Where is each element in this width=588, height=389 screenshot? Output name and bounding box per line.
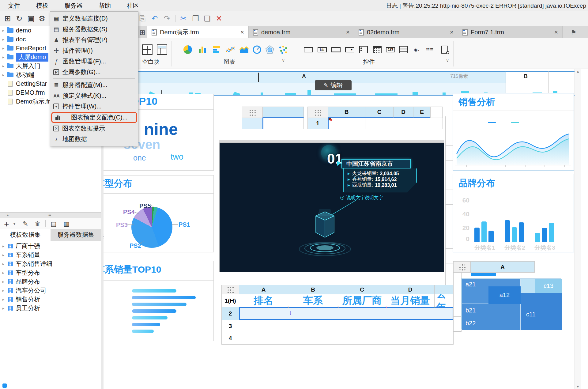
- sheet-cell-b1[interactable]: [328, 118, 365, 129]
- widget-resize-strip[interactable]: [219, 140, 444, 142]
- sheet-cell[interactable]: [262, 118, 304, 129]
- new-template-icon[interactable]: ⊞: [2, 13, 13, 24]
- sheet-row-label[interactable]: [242, 118, 263, 129]
- mini-sheet-bcde[interactable]: B C D E 1: [307, 107, 443, 129]
- paste-doc-icon[interactable]: ⎘: [137, 13, 148, 24]
- tab-close-icon[interactable]: ×: [442, 28, 454, 36]
- tab-overflow-flag-icon[interactable]: ⚑: [568, 27, 579, 38]
- design-canvas[interactable]: A B 715像素 ✎编辑 TOP10 nine sev: [104, 69, 588, 389]
- data-connection-config-icon[interactable]: ▦: [61, 219, 72, 229]
- pie-chart-icon[interactable]: [183, 44, 193, 55]
- menu-file[interactable]: 文件: [0, 0, 28, 11]
- menu-item-chart-predefined-colors[interactable]: 图表预定义配色(C)...: [51, 112, 137, 123]
- tab-02demo[interactable]: 02demo.frm ×: [354, 26, 458, 38]
- dataset-item[interactable]: ▸汽车分公司: [0, 286, 101, 295]
- scroll-down-icon[interactable]: ▼: [575, 385, 581, 388]
- paste-icon[interactable]: ❏: [202, 13, 213, 24]
- expand-arrow-icon[interactable]: ▸: [0, 28, 7, 33]
- sheet-col-header[interactable]: D: [393, 107, 413, 118]
- datepicker-widget-icon[interactable]: [372, 44, 383, 55]
- mini-sheet-left[interactable]: [242, 107, 304, 129]
- menu-item-global-param[interactable]: P全局参数(G)...: [50, 67, 138, 77]
- collapse-up-icon[interactable]: ▲: [6, 213, 9, 217]
- menu-item-map-data[interactable]: ♁地图数据: [50, 134, 138, 145]
- block-cell-gap[interactable]: [521, 279, 535, 293]
- refresh-icon[interactable]: ↻: [14, 13, 24, 24]
- textarea-widget-icon[interactable]: [331, 44, 341, 55]
- dataset-item[interactable]: ▸车系销量: [0, 251, 101, 259]
- table-drag-handle[interactable]: [221, 285, 239, 294]
- textfield-widget-icon[interactable]: [303, 44, 314, 55]
- menu-item-data-connection[interactable]: ▦定义数据连接(D): [50, 13, 138, 24]
- tab-form7[interactable]: Form7 1.frm ×: [458, 26, 563, 38]
- block-cell-c11[interactable]: c11: [521, 293, 562, 330]
- open-template-icon[interactable]: ▣: [26, 13, 36, 24]
- main-report-table[interactable]: A B C D 1(H) 排名 车系 所属厂商 当月销量 去年 2 ↓ ▾ ▾ …: [221, 285, 454, 345]
- log-status-text[interactable]: 日志 | 警告:20:25:22 http-nio-8075-exec-2 ER…: [386, 0, 586, 11]
- sheet-col-header[interactable]: B: [328, 107, 365, 118]
- menu-item-platform-manage[interactable]: ♟报表平台管理(P): [50, 35, 138, 45]
- table-cell-monthly-sales[interactable]: 当月销量: [386, 294, 435, 307]
- legend-series1-icon[interactable]: [488, 122, 496, 123]
- sheet-col-header[interactable]: E: [413, 107, 431, 118]
- table-row-label[interactable]: 3: [221, 320, 239, 332]
- dataset-item[interactable]: ▸品牌分布: [0, 277, 101, 286]
- table-col-header-d[interactable]: D: [386, 285, 435, 294]
- edit-button[interactable]: ✎编辑: [315, 80, 352, 90]
- table-cell-lastyear[interactable]: 去年: [434, 294, 454, 307]
- notification-dot[interactable]: [2, 383, 7, 388]
- parameter-pane-right[interactable]: [506, 72, 575, 95]
- undo-icon[interactable]: ↶: [149, 13, 160, 24]
- menu-item-predefined-style[interactable]: AA预定义样式(K)...: [50, 90, 138, 101]
- menu-item-plugin-manage[interactable]: ✣插件管理(I): [50, 45, 138, 56]
- dataset-item[interactable]: ▸车型分布: [0, 268, 101, 277]
- table-empty-row[interactable]: [239, 320, 454, 332]
- scatter-chart-icon[interactable]: [278, 44, 288, 55]
- tab-demoa[interactable]: demoa.frm ×: [249, 26, 354, 38]
- widget-section-caret-icon[interactable]: ∨: [446, 58, 449, 63]
- tab-close-icon[interactable]: ×: [232, 28, 244, 36]
- scroll-up-icon[interactable]: ▲: [575, 70, 581, 73]
- chart-section-caret-icon[interactable]: ∨: [282, 58, 285, 63]
- block-cell-a12[interactable]: a12: [488, 286, 521, 304]
- mini-sheet-a[interactable]: A: [453, 261, 539, 273]
- tab-demo-yanshi[interactable]: Demo演示.frm ×: [147, 26, 249, 38]
- dataset-item[interactable]: ▸员工分析: [0, 304, 101, 313]
- table-col-header-e[interactable]: [434, 285, 454, 294]
- sheet-drag-handle[interactable]: [242, 107, 263, 118]
- block-cell-b22[interactable]: b22: [462, 317, 521, 330]
- label-widget-icon[interactable]: lab: [317, 44, 327, 55]
- menu-server[interactable]: 服务器: [56, 0, 91, 11]
- combobox-widget-icon[interactable]: ▼: [345, 44, 355, 55]
- table-cell-manufacturer[interactable]: 所属厂商: [338, 294, 386, 307]
- radar-chart-icon[interactable]: [265, 44, 275, 55]
- radio-widget-icon[interactable]: ◉∶: [412, 44, 422, 55]
- radiogroup-widget-icon[interactable]: [358, 44, 369, 55]
- report-block-widget[interactable]: a21 a12 c13 c11 b21 b22: [461, 278, 561, 329]
- edit-dataset-icon[interactable]: ✎: [20, 219, 31, 229]
- list-widget-icon[interactable]: [398, 44, 409, 55]
- menu-item-chart-empty-data[interactable]: ✕图表空数据提示: [50, 123, 138, 134]
- parameter-pane-toggle-icon[interactable]: ⊞: [137, 27, 148, 38]
- tab-close-icon[interactable]: ×: [546, 28, 558, 36]
- hbar-widget[interactable]: 车系销量TOP10: [104, 261, 214, 341]
- selected-row[interactable]: ↓ ▾ ▾ ▾ ▾: [239, 307, 454, 320]
- checklist-widget-icon[interactable]: ☷☰: [425, 44, 435, 55]
- table-col-header-a[interactable]: A: [239, 285, 288, 294]
- bar-chart-icon[interactable]: [197, 44, 208, 55]
- settings-icon[interactable]: ⚙: [37, 13, 47, 24]
- panel-splitter[interactable]: ▲ =: [0, 212, 101, 218]
- table-cell-series[interactable]: 车系: [288, 294, 338, 307]
- cut-icon[interactable]: ✂: [178, 13, 189, 24]
- dataset-item[interactable]: ▸厂商十强: [0, 242, 101, 251]
- sheet-cells[interactable]: [365, 118, 443, 129]
- table-row-label[interactable]: 1(H): [221, 294, 239, 307]
- sheet-drag-handle[interactable]: [307, 107, 328, 118]
- brand-distribution-widget[interactable]: 品牌分布 60 40 20 0 分类名1 分类名2 分类名3: [453, 174, 574, 252]
- delete-icon[interactable]: ✕: [214, 13, 224, 24]
- delete-dataset-icon[interactable]: 🗑︎: [32, 219, 43, 229]
- map-dashboard-widget[interactable]: 01 中国江苏省南京市 ▶火龙果销量:3,034,05 ▶香蕉销量:15,914…: [219, 142, 444, 272]
- menu-community[interactable]: 社区: [119, 0, 147, 11]
- dataset-item[interactable]: ▸销售分析: [0, 295, 101, 304]
- menu-item-widget-manage[interactable]: ▾控件管理(W)...: [50, 101, 138, 112]
